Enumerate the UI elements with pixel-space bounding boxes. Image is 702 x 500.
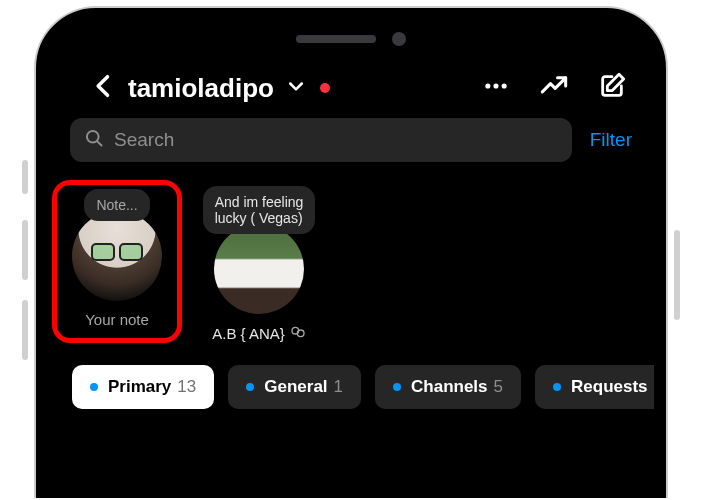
svg-point-6	[297, 330, 304, 337]
account-username[interactable]: tamioladipo	[128, 73, 274, 104]
tab-label: General	[264, 377, 327, 397]
phone-frame: tamioladipo Search Filter Note...	[36, 8, 666, 498]
tab-label: Channels	[411, 377, 488, 397]
search-placeholder: Search	[114, 129, 174, 151]
search-row: Search Filter	[48, 118, 654, 180]
note-label: Your note	[85, 311, 149, 328]
avatar[interactable]	[214, 224, 304, 314]
note-bubble[interactable]: And im feeling lucky ( Vegas)	[203, 186, 316, 234]
phone-side-button	[674, 230, 680, 320]
tab-general[interactable]: General 1	[228, 365, 361, 409]
svg-point-1	[493, 83, 498, 88]
tab-label: Requests	[571, 377, 648, 397]
tab-requests[interactable]: Requests	[535, 365, 654, 409]
tab-count: 5	[494, 377, 503, 397]
compose-icon[interactable]	[598, 72, 626, 104]
trending-icon[interactable]	[540, 72, 568, 104]
note-label-text: A.B { ANA}	[212, 325, 285, 342]
glasses-graphic	[89, 243, 145, 263]
tab-count: 13	[177, 377, 196, 397]
friend-note-item[interactable]: And im feeling lucky ( Vegas) A.B { ANA}	[194, 180, 324, 343]
chevron-down-icon[interactable]	[284, 76, 306, 100]
phone-side-button	[22, 300, 28, 360]
back-icon[interactable]	[90, 72, 118, 104]
header: tamioladipo	[48, 54, 654, 118]
unread-dot	[90, 383, 98, 391]
notification-dot	[320, 83, 330, 93]
search-input[interactable]: Search	[70, 118, 572, 162]
tab-label: Primary	[108, 377, 171, 397]
phone-notch	[48, 20, 654, 54]
tab-primary[interactable]: Primary 13	[72, 365, 214, 409]
more-icon[interactable]	[482, 72, 510, 104]
notes-row: Note... Your note And im feeling lucky (…	[48, 180, 654, 343]
front-camera	[392, 32, 406, 46]
note-bubble[interactable]: Note...	[84, 189, 149, 221]
note-label: A.B { ANA}	[212, 324, 306, 343]
phone-side-button	[22, 160, 28, 194]
your-note-item[interactable]: Note... Your note	[52, 180, 182, 343]
tab-channels[interactable]: Channels 5	[375, 365, 521, 409]
unread-dot	[553, 383, 561, 391]
svg-point-0	[485, 83, 490, 88]
tab-count: 1	[334, 377, 343, 397]
inbox-tabs: Primary 13 General 1 Channels 5 Requests	[48, 343, 654, 409]
avatar[interactable]	[72, 211, 162, 301]
close-friends-icon	[290, 324, 306, 343]
svg-point-2	[502, 83, 507, 88]
search-icon	[84, 128, 104, 152]
unread-dot	[393, 383, 401, 391]
speaker	[296, 35, 376, 43]
filter-button[interactable]: Filter	[590, 129, 632, 151]
unread-dot	[246, 383, 254, 391]
phone-side-button	[22, 220, 28, 280]
svg-line-4	[97, 141, 101, 145]
